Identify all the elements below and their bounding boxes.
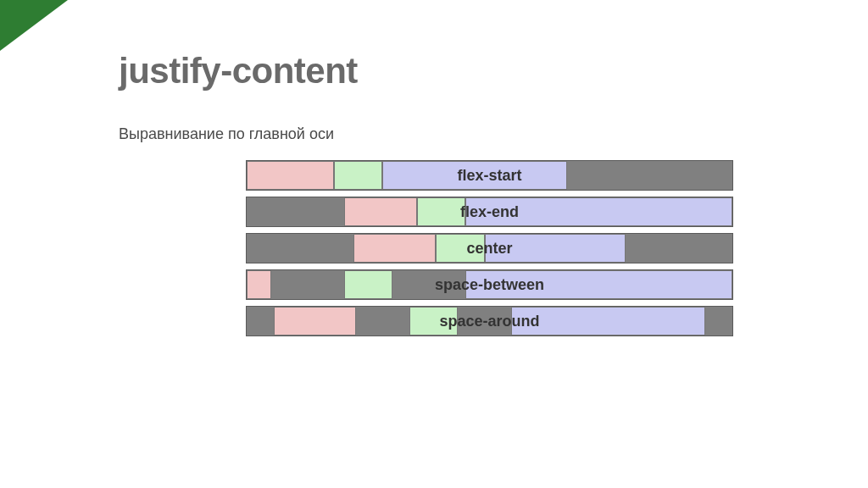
item-purple xyxy=(511,307,705,336)
item-pink xyxy=(274,307,356,336)
flex-examples: flex-start flex-end center space-between… xyxy=(246,160,733,336)
item-green xyxy=(334,161,382,190)
row-space-between: space-between xyxy=(246,269,733,300)
page-title: justify-content xyxy=(119,51,868,92)
row-flex-end: flex-end xyxy=(246,197,733,227)
item-green xyxy=(344,270,392,299)
item-pink xyxy=(247,161,334,190)
item-green xyxy=(436,234,484,263)
page-subtitle: Выравнивание по главной оси xyxy=(119,125,868,143)
item-pink xyxy=(344,197,417,226)
item-pink xyxy=(247,270,271,299)
item-pink xyxy=(353,234,436,263)
item-purple xyxy=(465,270,732,299)
item-purple xyxy=(485,234,626,263)
row-flex-start: flex-start xyxy=(246,160,733,191)
row-space-around: space-around xyxy=(246,306,733,336)
item-green xyxy=(409,307,458,336)
slide-content: justify-content Выравнивание по главной … xyxy=(0,0,868,336)
item-purple xyxy=(465,197,732,226)
item-green xyxy=(417,197,465,226)
row-center: center xyxy=(246,233,733,263)
item-purple xyxy=(382,161,567,190)
